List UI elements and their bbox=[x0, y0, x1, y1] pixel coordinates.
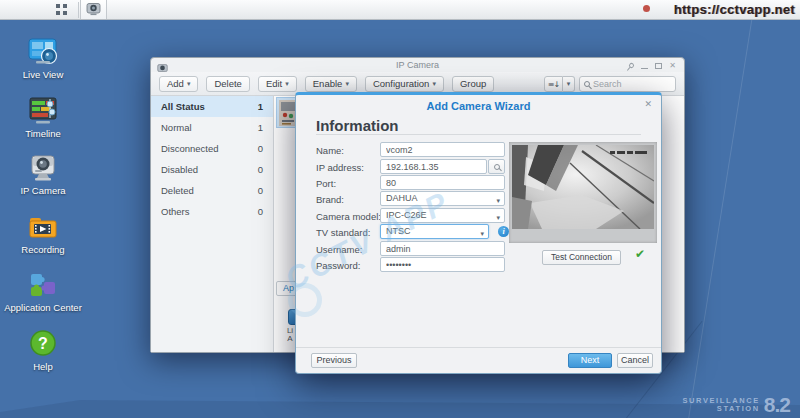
camera-model-label: Camera model: bbox=[316, 211, 381, 222]
status-row-normal[interactable]: Normal1 bbox=[151, 117, 273, 138]
camera-icon bbox=[86, 3, 101, 16]
brand-line2: STATION bbox=[682, 405, 759, 413]
camera-model-select[interactable]: IPC-C26E▾ bbox=[380, 208, 505, 223]
camera-preview-frame bbox=[509, 142, 657, 243]
previous-button[interactable]: Previous bbox=[311, 353, 357, 368]
status-row-disabled[interactable]: Disabled0 bbox=[151, 159, 273, 180]
chevron-down-icon: ▾ bbox=[345, 77, 349, 91]
ip-address-label: IP address: bbox=[316, 162, 364, 173]
live-view-icon bbox=[27, 37, 59, 67]
status-row-all[interactable]: All Status1 bbox=[151, 96, 273, 117]
info-icon[interactable]: i bbox=[498, 226, 509, 237]
configuration-button[interactable]: Configuration▾ bbox=[365, 76, 444, 92]
username-field[interactable] bbox=[380, 241, 505, 256]
desktop-icon-recording[interactable]: Recording bbox=[0, 212, 86, 255]
desktop-icon-live-view[interactable]: Live View bbox=[0, 37, 86, 80]
svg-text:?: ? bbox=[38, 335, 48, 352]
close-window-icon[interactable]: ✕ bbox=[669, 61, 676, 70]
test-connection-button[interactable]: Test Connection bbox=[542, 250, 621, 265]
desktop-icon-label: IP Camera bbox=[0, 185, 86, 196]
status-row-others[interactable]: Others0 bbox=[151, 201, 273, 222]
port-field[interactable] bbox=[380, 175, 505, 190]
search-box[interactable] bbox=[579, 76, 676, 92]
search-icon bbox=[494, 164, 500, 170]
desktop-icon-label: Recording bbox=[0, 244, 86, 255]
ip-search-button[interactable] bbox=[488, 159, 505, 174]
taskbar-separator bbox=[78, 2, 79, 18]
sort-view-button[interactable]: ≡↓ bbox=[544, 76, 563, 92]
surveillance-station-logo: SURVEILLANCE STATION 8.2 bbox=[682, 397, 790, 413]
taskbar-tab-ip-camera[interactable] bbox=[80, 0, 107, 19]
pin-window-icon[interactable] bbox=[628, 62, 635, 69]
add-button[interactable]: Add▾ bbox=[159, 76, 198, 92]
cancel-button[interactable]: Cancel bbox=[617, 353, 653, 368]
desktop-icon-label: Live View bbox=[0, 69, 86, 80]
group-button[interactable]: Group bbox=[452, 76, 494, 92]
name-label: Name: bbox=[316, 145, 344, 156]
desktop-shortcuts: Live View Timeline IP Camera bbox=[0, 20, 86, 418]
search-input[interactable] bbox=[593, 79, 663, 89]
window-titlebar[interactable]: IP Camera ✕ bbox=[151, 58, 684, 72]
desktop-icon-help[interactable]: ? Help bbox=[0, 329, 86, 372]
ip-address-field[interactable] bbox=[380, 159, 487, 174]
desktop-icon-timeline[interactable]: Timeline bbox=[0, 96, 86, 139]
taskbar: https://cctvapp.net bbox=[0, 0, 800, 20]
status-row-deleted[interactable]: Deleted0 bbox=[151, 180, 273, 201]
password-field[interactable] bbox=[380, 257, 505, 272]
close-dialog-icon[interactable]: ✕ bbox=[644, 99, 652, 109]
timeline-icon bbox=[27, 96, 59, 126]
port-label: Port: bbox=[316, 178, 336, 189]
chevron-down-icon: ▾ bbox=[480, 228, 484, 241]
success-check-icon: ✔ bbox=[635, 247, 645, 261]
ip-camera-icon bbox=[27, 153, 59, 183]
chevron-down-icon: ▾ bbox=[567, 80, 571, 88]
chevron-down-icon: ▾ bbox=[432, 77, 436, 91]
recording-icon bbox=[27, 212, 59, 242]
delete-button[interactable]: Delete bbox=[206, 76, 249, 92]
edit-button[interactable]: Edit▾ bbox=[258, 76, 297, 92]
enable-button[interactable]: Enable▾ bbox=[305, 76, 357, 92]
desktop-diagonal-line bbox=[686, 0, 757, 418]
minimize-icon[interactable] bbox=[641, 68, 648, 69]
add-camera-wizard-dialog: Add Camera Wizard ✕ Information CCTV APP… bbox=[295, 92, 662, 374]
brand-label: Brand: bbox=[316, 194, 344, 205]
brand-version: 8.2 bbox=[764, 397, 790, 413]
help-icon: ? bbox=[27, 329, 59, 359]
wizard-footer: Previous Next Cancel bbox=[296, 347, 661, 373]
sort-caret-button[interactable]: ▾ bbox=[563, 76, 575, 92]
desktop-icon-application-center[interactable]: Application Center bbox=[0, 270, 86, 313]
name-field[interactable] bbox=[380, 142, 505, 157]
username-label: Username: bbox=[316, 244, 362, 255]
brand-select[interactable]: DAHUA▾ bbox=[380, 191, 505, 206]
tv-standard-select[interactable]: NTSC▾ bbox=[380, 224, 489, 239]
notification-badge[interactable] bbox=[643, 5, 650, 12]
desktop-icon-label: Timeline bbox=[0, 128, 86, 139]
desktop-icon-ip-camera[interactable]: IP Camera bbox=[0, 153, 86, 196]
chevron-down-icon: ▾ bbox=[187, 77, 191, 91]
camera-preview-image bbox=[512, 145, 654, 229]
maximize-icon[interactable] bbox=[655, 63, 662, 69]
next-button[interactable]: Next bbox=[568, 353, 612, 368]
window-title: IP Camera bbox=[151, 60, 684, 70]
chevron-down-icon: ▾ bbox=[285, 77, 289, 91]
main-menu-icon[interactable] bbox=[55, 3, 73, 17]
chevron-down-icon: ▾ bbox=[496, 195, 500, 208]
desktop-icon-label: Application Center bbox=[0, 302, 86, 313]
desktop-bottom-band bbox=[0, 398, 800, 418]
desktop-icon-label: Help bbox=[0, 361, 86, 372]
wizard-title: Add Camera Wizard bbox=[296, 100, 661, 112]
tv-standard-label: TV standard: bbox=[316, 227, 370, 238]
search-icon bbox=[584, 81, 590, 87]
wizard-section-title: Information bbox=[316, 117, 399, 134]
watermark-url: https://cctvapp.net bbox=[674, 2, 795, 17]
status-row-disconnected[interactable]: Disconnected0 bbox=[151, 138, 273, 159]
application-center-icon bbox=[27, 270, 59, 300]
status-list: All Status1 Normal1 Disconnected0 Disabl… bbox=[151, 96, 274, 352]
section-divider bbox=[316, 134, 641, 135]
password-label: Password: bbox=[316, 260, 360, 271]
